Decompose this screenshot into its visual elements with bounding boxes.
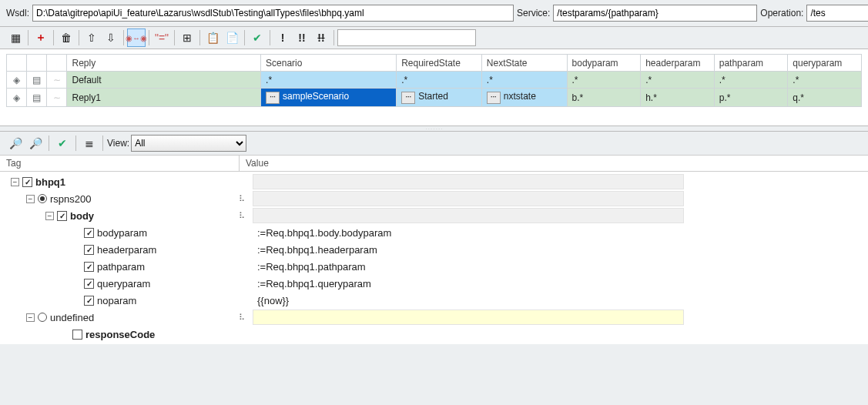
cell-next[interactable]: .* [481, 72, 567, 89]
tree-row[interactable]: queryparam:=Req.bhpq1.queryparam [0, 275, 868, 292]
cell-next[interactable]: ···nxtstate [481, 89, 567, 107]
validate-icon[interactable]: ✔ [53, 134, 72, 152]
paste-icon[interactable]: 📄 [223, 28, 241, 47]
collapse-toggle[interactable]: − [26, 195, 35, 203]
tree-value[interactable]: {{now}} [253, 293, 684, 308]
excl1-icon[interactable]: ! [273, 28, 292, 47]
cell-header[interactable]: h.* [641, 89, 715, 107]
tree-branch-icon[interactable]: ⠧ [239, 211, 253, 221]
cell-reply[interactable]: Default [67, 72, 261, 89]
tree-col-tag[interactable]: Tag [0, 156, 239, 171]
row-icon[interactable]: ▤ [32, 75, 41, 85]
up-icon[interactable]: ⇧ [82, 28, 101, 47]
col-nextstate[interactable]: NextState [481, 55, 567, 72]
tree-row[interactable]: −bhpq1 [0, 173, 868, 190]
cell-body[interactable]: b.* [567, 89, 641, 107]
checkbox-icon[interactable] [84, 296, 94, 306]
tree-row[interactable]: pathparam:=Req.bhpq1.pathparam [0, 258, 868, 275]
cell-path[interactable]: p.* [714, 89, 788, 107]
ellipsis-icon[interactable]: ··· [266, 92, 280, 104]
tree-row[interactable]: bodyparam:=Req.bhpq1.body.bodyparam [0, 224, 868, 241]
find-next-icon[interactable]: 🔎 [26, 134, 45, 152]
row-icon[interactable]: ◈ [13, 92, 20, 103]
quote-icon[interactable]: "=" [152, 28, 171, 47]
cell-required[interactable]: ···Started [397, 89, 482, 107]
cell-required[interactable]: .* [397, 72, 482, 89]
checkbox-icon[interactable] [84, 228, 94, 238]
checkbox-icon[interactable] [22, 177, 32, 187]
toolbar-search-input[interactable] [337, 29, 476, 46]
tree-value[interactable] [253, 174, 684, 189]
cell-scenario[interactable]: .* [261, 72, 397, 89]
tree-row[interactable]: headerparam:=Req.bhpq1.headerparam [0, 241, 868, 258]
tree-label: noparam [97, 295, 136, 306]
tree-col-value[interactable]: Value [239, 156, 670, 171]
table-row[interactable]: ◈ ▤ ∼ Default .* .* .* .* .* .* .* [7, 72, 862, 89]
check-icon[interactable]: ✔ [248, 28, 266, 47]
radio-icon[interactable] [38, 313, 47, 322]
excl2-icon[interactable]: !! [293, 28, 311, 47]
tree-row[interactable]: responseCode [0, 326, 868, 343]
delete-icon[interactable]: 🗑 [57, 28, 75, 47]
tree-branch-icon[interactable]: ⠧ [239, 313, 253, 323]
tree-value[interactable]: :=Req.bhpq1.pathparam [253, 259, 684, 274]
col-scenario[interactable]: Scenario [261, 55, 397, 72]
tree-row[interactable]: −body⠧ [0, 207, 868, 224]
service-input[interactable] [553, 5, 757, 22]
row-icon[interactable]: ◈ [13, 75, 20, 85]
cell-scenario[interactable]: ···sampleScenario [261, 89, 397, 107]
tree-branch-icon[interactable]: ⠧ [239, 194, 253, 204]
copy-icon[interactable]: 📋 [203, 28, 222, 47]
row-icon[interactable]: ∼ [53, 92, 61, 103]
checkbox-icon[interactable] [84, 279, 94, 289]
table-row[interactable]: ◈ ▤ ∼ Reply1 ···sampleScenario ···Starte… [7, 89, 862, 107]
ellipsis-icon[interactable]: ··· [487, 92, 501, 104]
cell-body[interactable]: .* [567, 72, 641, 89]
radio-icon[interactable] [38, 194, 47, 203]
cell-header[interactable]: .* [641, 72, 715, 89]
tree-value[interactable]: :=Req.bhpq1.body.bodyparam [253, 225, 684, 240]
list-icon[interactable]: ≣ [80, 134, 99, 152]
tree-value[interactable]: :=Req.bhpq1.queryparam [253, 276, 684, 291]
collapse-toggle[interactable]: − [26, 313, 35, 322]
wsdl-input[interactable] [32, 5, 514, 22]
collapse-toggle[interactable]: − [11, 178, 19, 186]
link-icon[interactable]: ◉↔◉ [127, 28, 146, 47]
new-icon[interactable]: ▦ [6, 28, 25, 47]
col-headerparam[interactable]: headerparam [641, 55, 715, 72]
splitter[interactable]: · · · · · · · [0, 126, 868, 132]
row-icon[interactable]: ▤ [32, 92, 41, 103]
checkbox-icon[interactable] [84, 245, 94, 255]
row-icon[interactable]: ∼ [53, 75, 61, 85]
cell-query[interactable]: .* [788, 72, 862, 89]
collapse-toggle[interactable]: − [45, 212, 54, 220]
ellipsis-icon[interactable]: ··· [401, 92, 415, 104]
checkbox-icon[interactable] [57, 211, 67, 221]
col-queryparam[interactable]: queryparam [788, 55, 862, 72]
tree-value[interactable] [253, 326, 684, 342]
operation-input[interactable] [806, 5, 868, 22]
col-pathparam[interactable]: pathparam [714, 55, 788, 72]
cell-path[interactable]: .* [714, 72, 788, 89]
down-icon[interactable]: ⇩ [102, 28, 120, 47]
tree-row[interactable]: −undefined⠧ [0, 309, 868, 326]
top-toolbar: ▦ ＋ 🗑 ⇧ ⇩ ◉↔◉ "=" ⊞ 📋 📄 ✔ ! !! !! [0, 26, 868, 49]
find-icon[interactable]: 🔎 [6, 134, 25, 152]
col-bodyparam[interactable]: bodyparam [567, 55, 641, 72]
add-icon[interactable]: ＋ [32, 28, 50, 47]
excl-strike-icon[interactable]: !! [312, 28, 330, 47]
tree-row[interactable]: −rspns200⠧ [0, 190, 868, 207]
tree-value[interactable] [253, 208, 684, 223]
grid-icon[interactable]: ⊞ [178, 28, 196, 47]
cell-reply[interactable]: Reply1 [67, 89, 261, 107]
view-select[interactable]: All [131, 135, 246, 152]
tree-row[interactable]: noparam{{now}} [0, 292, 868, 309]
tree-value[interactable]: :=Req.bhpq1.headerparam [253, 242, 684, 257]
col-requiredstate[interactable]: RequiredState [397, 55, 482, 72]
col-reply[interactable]: Reply [67, 55, 261, 72]
checkbox-icon[interactable] [84, 262, 94, 272]
checkbox-icon[interactable] [72, 330, 82, 340]
tree-value[interactable] [253, 191, 684, 206]
tree-value[interactable] [253, 310, 684, 325]
cell-query[interactable]: q.* [788, 89, 862, 107]
